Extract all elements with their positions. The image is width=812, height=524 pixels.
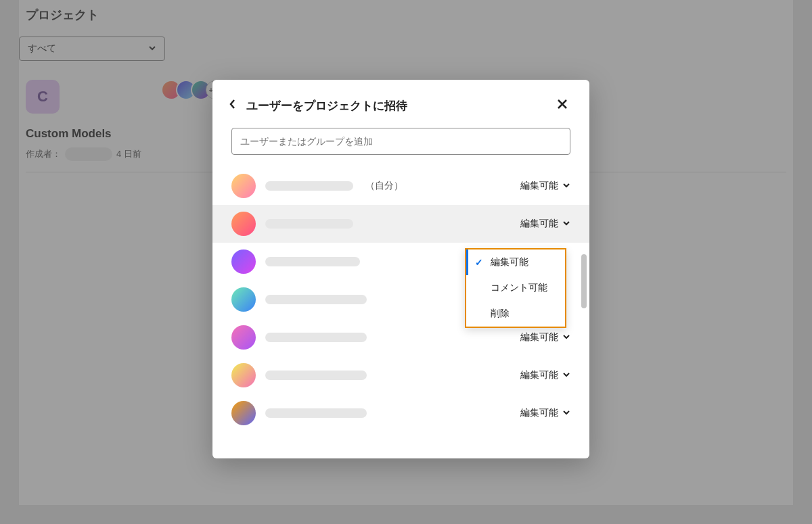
user-avatar (231, 287, 256, 312)
permission-select[interactable]: 編集可能 (520, 407, 570, 419)
user-name-redacted (265, 219, 353, 229)
user-name-redacted (265, 295, 367, 304)
chevron-down-icon (562, 181, 570, 191)
user-name-redacted (265, 257, 360, 266)
permission-select[interactable]: 編集可能 (520, 218, 570, 230)
permission-label: 編集可能 (520, 407, 558, 419)
permission-select[interactable]: 編集可能 (520, 180, 570, 192)
permission-label: 編集可能 (520, 369, 558, 381)
modal-header: ユーザーをプロジェクトに招待 (212, 80, 589, 128)
user-row: （自分）編集可能 (212, 167, 589, 205)
user-name-redacted (265, 371, 367, 380)
user-avatar (231, 174, 256, 198)
user-search-input[interactable] (231, 128, 570, 155)
user-row: 編集可能 (212, 356, 589, 394)
user-avatar (231, 212, 256, 236)
permission-dropdown: ✓ 編集可能 コメント可能 削除 (465, 248, 566, 328)
dropdown-item-label: 削除 (491, 308, 510, 320)
user-avatar (231, 325, 256, 350)
dropdown-item-label: 編集可能 (491, 256, 528, 268)
permission-label: 編集可能 (520, 218, 558, 230)
user-avatar (231, 249, 256, 274)
dropdown-item-delete[interactable]: 削除 (466, 301, 565, 327)
user-list[interactable]: （自分）編集可能編集可能編集可能編集可能編集可能編集可能編集可能 ✓ 編集可能 … (212, 167, 589, 458)
chevron-down-icon (562, 371, 570, 380)
permission-select[interactable]: 編集可能 (520, 369, 570, 381)
dropdown-item-comment[interactable]: コメント可能 (466, 275, 565, 301)
check-icon: ✓ (474, 257, 484, 268)
chevron-down-icon (562, 333, 570, 342)
scrollbar-thumb[interactable] (581, 254, 587, 308)
invite-users-modal: ユーザーをプロジェクトに招待 （自分）編集可能編集可能編集可能編集可能編集可能編… (212, 80, 589, 458)
user-avatar (231, 363, 256, 387)
user-name-redacted (265, 181, 353, 191)
self-suffix: （自分） (365, 180, 403, 192)
user-name-redacted (265, 333, 367, 342)
user-name-redacted (265, 408, 367, 418)
modal-body: （自分）編集可能編集可能編集可能編集可能編集可能編集可能編集可能 ✓ 編集可能 … (212, 128, 589, 458)
back-icon[interactable] (229, 99, 237, 113)
permission-label: 編集可能 (520, 180, 558, 192)
close-icon[interactable] (554, 96, 570, 116)
dropdown-item-edit[interactable]: ✓ 編集可能 (466, 249, 565, 275)
permission-label: 編集可能 (520, 331, 558, 343)
dropdown-item-label: コメント可能 (491, 282, 547, 294)
user-avatar (231, 401, 256, 425)
chevron-down-icon (562, 408, 570, 418)
user-row: 編集可能 (212, 394, 589, 432)
permission-select[interactable]: 編集可能 (520, 331, 570, 343)
modal-title: ユーザーをプロジェクトに招待 (246, 98, 407, 114)
user-row: 編集可能 (212, 205, 589, 243)
chevron-down-icon (562, 219, 570, 229)
